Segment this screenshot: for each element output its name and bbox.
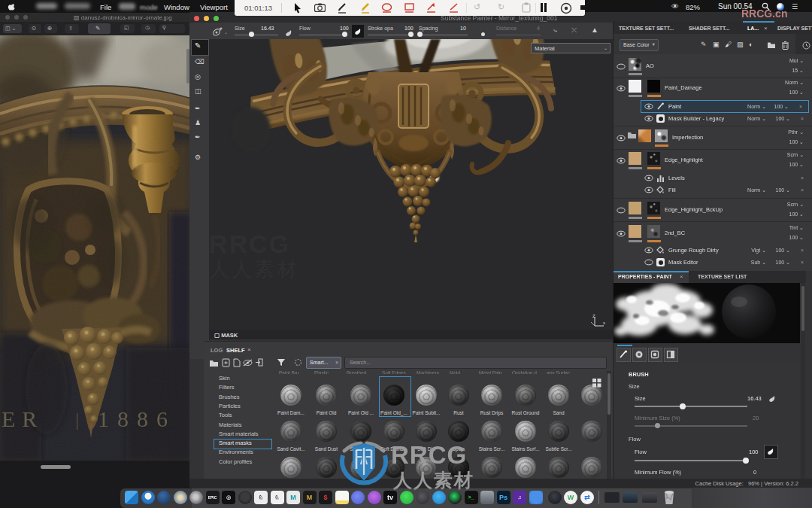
svg-text:RRCG: RRCG <box>391 441 467 469</box>
svg-text:x: x <box>603 321 605 325</box>
svg-text:Z: Z <box>592 314 595 318</box>
svg-text:人人素材: 人人素材 <box>392 470 474 491</box>
